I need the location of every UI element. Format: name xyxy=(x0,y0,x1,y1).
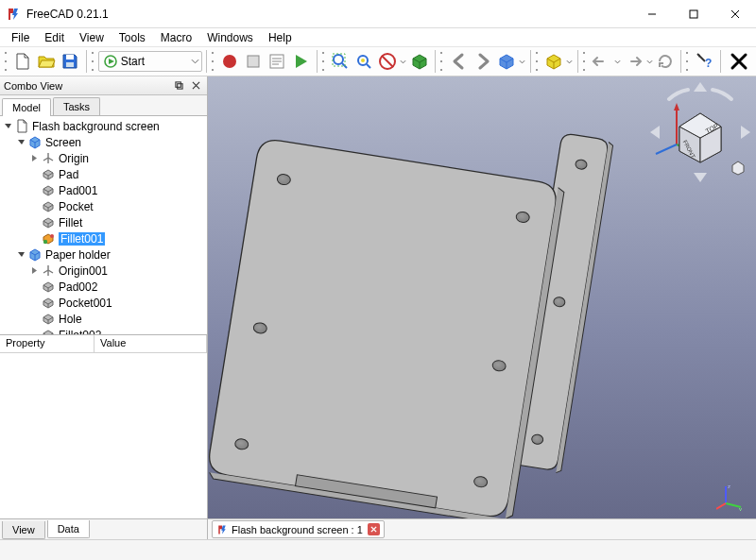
document-tab[interactable]: Flash background screen : 1 xyxy=(212,520,385,538)
navigation-cube[interactable]: TOP FRONT xyxy=(648,80,752,184)
measure-button[interactable] xyxy=(542,49,566,74)
tree-document-row[interactable]: Flash background screen xyxy=(0,118,207,134)
toolbar-grip-icon[interactable] xyxy=(4,51,9,72)
menu-view[interactable]: View xyxy=(72,30,112,45)
tree-feature-row[interactable]: Pad001 xyxy=(0,182,207,198)
tree-feature-row[interactable]: Hole xyxy=(0,311,207,327)
whats-this-button[interactable]: ? xyxy=(693,49,716,74)
panel-float-button[interactable] xyxy=(171,78,186,93)
svg-rect-1 xyxy=(66,55,74,59)
menubar: File Edit View Tools Macro Windows Help xyxy=(0,28,756,46)
isometric-view-button[interactable] xyxy=(494,49,518,74)
tree-feature-row[interactable]: Fillet xyxy=(0,214,207,230)
toolbar-separator xyxy=(680,50,681,73)
macro-run-button[interactable] xyxy=(289,49,313,74)
menu-help[interactable]: Help xyxy=(261,30,300,45)
window-maximize-button[interactable] xyxy=(673,0,714,28)
tree-expand-icon[interactable] xyxy=(28,265,40,277)
tree-feature-row[interactable]: Pad xyxy=(0,166,207,182)
drawstyle-button[interactable] xyxy=(375,49,399,74)
svg-marker-8 xyxy=(296,55,307,68)
zoom-selection-button[interactable] xyxy=(352,49,375,74)
save-document-button[interactable] xyxy=(59,49,82,74)
window-titlebar: FreeCAD 0.21.1 xyxy=(0,0,756,28)
menu-edit[interactable]: Edit xyxy=(37,30,72,45)
nav-back-button[interactable] xyxy=(447,49,471,74)
svg-line-39 xyxy=(716,503,726,509)
measure-dropdown[interactable] xyxy=(566,49,575,74)
drawstyle-dropdown[interactable] xyxy=(400,49,408,74)
body-icon xyxy=(27,135,43,150)
menu-windows[interactable]: Windows xyxy=(199,30,261,45)
toolbar-separator xyxy=(530,50,531,73)
app-icon xyxy=(6,7,21,22)
toolbar-grip-icon[interactable] xyxy=(685,51,691,72)
pad-icon xyxy=(41,280,56,295)
tree-feature-label: Origin001 xyxy=(59,264,108,278)
pad-icon xyxy=(41,199,56,214)
tree-feature-row[interactable]: Pad002 xyxy=(0,279,207,295)
zoom-fit-button[interactable] xyxy=(328,49,352,74)
redo-button[interactable] xyxy=(622,49,645,74)
document-icon xyxy=(14,119,29,134)
toolbar-grip-icon[interactable] xyxy=(439,51,445,72)
toolbar-grip-icon[interactable] xyxy=(582,51,588,72)
toolbar-grip-icon[interactable] xyxy=(91,51,96,72)
tree-collapse-icon[interactable] xyxy=(15,137,26,148)
tree-feature-row[interactable]: Fillet001 xyxy=(0,230,207,246)
workbench-selector[interactable]: Start xyxy=(98,51,202,72)
tree-body-row[interactable]: Paper holder xyxy=(0,246,207,263)
toolbar-separator xyxy=(86,50,87,73)
undo-dropdown[interactable] xyxy=(613,49,622,74)
menu-macro[interactable]: Macro xyxy=(153,30,199,45)
tree-feature-row[interactable]: Pocket001 xyxy=(0,295,207,311)
nav-forward-button[interactable] xyxy=(471,49,494,74)
menu-file[interactable]: File xyxy=(4,30,37,45)
tree-body-row[interactable]: Screen xyxy=(0,134,207,150)
tree-feature-row[interactable]: Origin xyxy=(0,150,207,166)
tree-feature-label: Pad001 xyxy=(59,184,97,197)
tree-expand-icon[interactable] xyxy=(28,153,40,164)
window-close-button[interactable] xyxy=(714,0,756,28)
bounding-box-button[interactable] xyxy=(407,49,431,74)
toolbar-grip-icon[interactable] xyxy=(321,51,327,72)
window-minimize-button[interactable] xyxy=(631,0,673,28)
property-header-value[interactable]: Value xyxy=(94,335,207,352)
close-document-button[interactable] xyxy=(725,49,752,74)
origin-icon xyxy=(41,263,56,279)
macro-stop-button[interactable] xyxy=(241,49,265,74)
macro-record-button[interactable] xyxy=(217,49,241,74)
redo-dropdown[interactable] xyxy=(645,49,654,74)
tree-collapse-icon[interactable] xyxy=(2,121,13,132)
document-tab-close-button[interactable] xyxy=(368,523,380,535)
toolbar-separator xyxy=(317,50,318,73)
pad-icon xyxy=(41,312,56,327)
svg-rect-6 xyxy=(248,56,259,67)
undo-button[interactable] xyxy=(590,49,613,74)
tab-model[interactable]: Model xyxy=(2,98,51,116)
tree-feature-row[interactable]: Fillet002 xyxy=(0,327,207,335)
tab-view[interactable]: View xyxy=(2,521,45,539)
viewport-3d[interactable]: TOP FRONT z y xyxy=(208,76,756,518)
tree-feature-label: Fillet002 xyxy=(59,329,101,336)
navcube-arrow-down-icon xyxy=(694,173,707,182)
isometric-view-dropdown[interactable] xyxy=(518,49,526,74)
tab-tasks[interactable]: Tasks xyxy=(53,97,100,115)
open-document-button[interactable] xyxy=(35,49,59,74)
tree-feature-row[interactable]: Origin001 xyxy=(0,263,207,279)
toolbar-grip-icon[interactable] xyxy=(211,51,216,72)
toolbar-grip-icon[interactable] xyxy=(535,51,541,72)
model-tree[interactable]: Flash background screen Screen Origin Pa… xyxy=(0,116,207,335)
panel-close-button[interactable] xyxy=(188,78,203,93)
combo-view-titlebar[interactable]: Combo View xyxy=(0,76,207,95)
refresh-button[interactable] xyxy=(653,49,677,74)
tree-collapse-icon[interactable] xyxy=(15,249,26,261)
tree-feature-row[interactable]: Pocket xyxy=(0,198,207,214)
navcube-arrow-up-icon xyxy=(694,82,707,92)
menu-tools[interactable]: Tools xyxy=(112,30,153,45)
macro-list-button[interactable] xyxy=(266,49,289,74)
new-document-button[interactable] xyxy=(11,49,35,74)
tab-data[interactable]: Data xyxy=(47,520,90,538)
pad-icon xyxy=(41,183,56,198)
property-header-name[interactable]: Property xyxy=(0,335,94,352)
